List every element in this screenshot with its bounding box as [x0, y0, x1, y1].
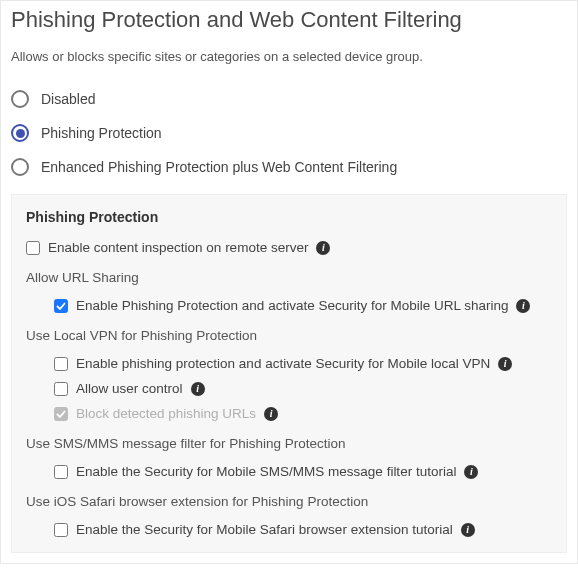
cb-row-content-inspection: Enable content inspection on remote serv… [26, 235, 552, 260]
info-icon[interactable]: i [516, 299, 530, 313]
cb-row-block-detected: Block detected phishing URLs i [26, 401, 552, 426]
radio-icon [11, 90, 29, 108]
section-local-vpn: Use Local VPN for Phishing Protection [26, 328, 552, 343]
cb-row-local-vpn: Enable phishing protection and activate … [26, 351, 552, 376]
page-description: Allows or blocks specific sites or categ… [11, 49, 567, 64]
radio-icon [11, 158, 29, 176]
checkbox-content-inspection[interactable] [26, 241, 40, 255]
radio-icon [11, 124, 29, 142]
phishing-protection-panel: Phishing Protection Enable content inspe… [11, 194, 567, 553]
checkbox-label: Enable phishing protection and activate … [76, 356, 490, 371]
section-sms: Use SMS/MMS message filter for Phishing … [26, 436, 552, 451]
info-icon[interactable]: i [264, 407, 278, 421]
checkbox-label: Enable the Security for Mobile Safari br… [76, 522, 453, 537]
radio-label: Disabled [41, 91, 95, 107]
checkbox-label: Block detected phishing URLs [76, 406, 256, 421]
radio-label: Phishing Protection [41, 125, 162, 141]
checkbox-user-control[interactable] [54, 382, 68, 396]
cb-row-sms: Enable the Security for Mobile SMS/MMS m… [26, 459, 552, 484]
checkbox-label: Enable the Security for Mobile SMS/MMS m… [76, 464, 456, 479]
section-safari: Use iOS Safari browser extension for Phi… [26, 494, 552, 509]
info-icon[interactable]: i [464, 465, 478, 479]
radio-enhanced[interactable]: Enhanced Phishing Protection plus Web Co… [11, 150, 567, 184]
section-url-sharing: Allow URL Sharing [26, 270, 552, 285]
checkbox-local-vpn[interactable] [54, 357, 68, 371]
settings-page: Phishing Protection and Web Content Filt… [0, 0, 578, 564]
cb-row-user-control: Allow user control i [26, 376, 552, 401]
checkbox-sms-tutorial[interactable] [54, 465, 68, 479]
checkbox-label: Enable Phishing Protection and activate … [76, 298, 508, 313]
cb-row-url-sharing: Enable Phishing Protection and activate … [26, 293, 552, 318]
page-title: Phishing Protection and Web Content Filt… [11, 7, 567, 33]
radio-label: Enhanced Phishing Protection plus Web Co… [41, 159, 397, 175]
cb-row-safari: Enable the Security for Mobile Safari br… [26, 517, 552, 542]
panel-title: Phishing Protection [26, 209, 552, 225]
checkbox-label: Enable content inspection on remote serv… [48, 240, 308, 255]
checkbox-safari-tutorial[interactable] [54, 523, 68, 537]
info-icon[interactable]: i [498, 357, 512, 371]
checkbox-label: Allow user control [76, 381, 183, 396]
info-icon[interactable]: i [461, 523, 475, 537]
info-icon[interactable]: i [316, 241, 330, 255]
checkbox-block-detected [54, 407, 68, 421]
info-icon[interactable]: i [191, 382, 205, 396]
radio-phishing-protection[interactable]: Phishing Protection [11, 116, 567, 150]
checkbox-url-sharing[interactable] [54, 299, 68, 313]
radio-disabled[interactable]: Disabled [11, 82, 567, 116]
